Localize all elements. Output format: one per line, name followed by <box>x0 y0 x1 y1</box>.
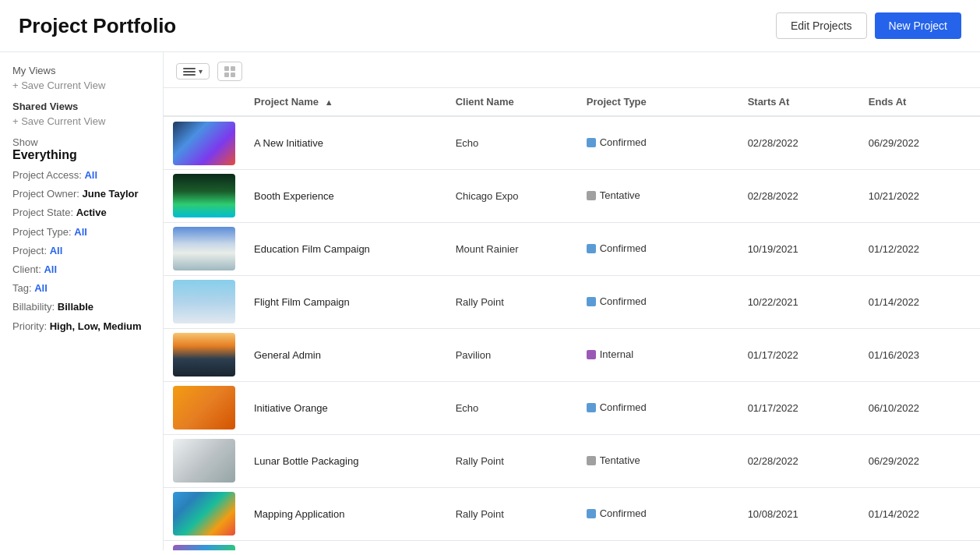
type-label: Confirmed <box>600 507 647 519</box>
starts-at: 02/28/2022 <box>739 169 859 222</box>
col-client-name[interactable]: Client Name <box>446 88 577 116</box>
project-thumbnail-cell <box>164 434 245 487</box>
table-row[interactable]: A New InitiativeEchoConfirmed02/28/20220… <box>164 116 980 169</box>
save-current-view-2[interactable]: + Save Current View <box>12 115 150 127</box>
table-row[interactable]: Initiative OrangeEchoConfirmed01/17/2022… <box>164 381 980 434</box>
ends-at: 10/21/2022 <box>859 169 980 222</box>
starts-at: 10/08/2021 <box>739 487 859 540</box>
filter-priority[interactable]: Priority: High, Low, Medium <box>12 320 150 334</box>
list-view-button[interactable]: ▾ <box>176 63 210 80</box>
ends-at: 06/29/2022 <box>859 116 980 169</box>
type-label: Confirmed <box>600 242 647 254</box>
filter-tag[interactable]: Tag: All <box>12 281 150 295</box>
filter-project-type-value: All <box>74 226 87 238</box>
table-row[interactable]: Education Film CampaignMount RainierConf… <box>164 222 980 275</box>
project-thumbnail <box>173 174 235 217</box>
type-dot-icon <box>587 138 596 147</box>
filter-client[interactable]: Client: All <box>12 263 150 277</box>
project-name[interactable]: Education Film Campaign <box>245 222 446 275</box>
my-views-label[interactable]: My Views <box>12 65 150 76</box>
ends-at: 01/16/2023 <box>859 328 980 381</box>
project-type: Confirmed <box>577 487 739 540</box>
client-name: Chicago Expo <box>446 169 577 222</box>
filter-project-owner[interactable]: Project Owner: June Taylor <box>12 187 150 201</box>
project-name[interactable]: A New Initiative <box>245 116 446 169</box>
new-project-button[interactable]: New Project <box>875 12 961 39</box>
client-name: Pavilion <box>446 328 577 381</box>
starts-at: 01/17/2022 <box>739 540 859 550</box>
type-label: Tentative <box>600 189 640 201</box>
sidebar: My Views + Save Current View Shared View… <box>0 52 164 550</box>
col-thumb <box>164 88 245 116</box>
project-thumbnail-cell <box>164 116 245 169</box>
project-thumbnail <box>173 122 235 165</box>
project-name[interactable]: General Admin <box>245 328 446 381</box>
save-current-view-1[interactable]: + Save Current View <box>12 80 150 91</box>
filter-project-owner-value: June Taylor <box>83 188 139 200</box>
project-name[interactable]: Booth Experience <box>245 169 446 222</box>
project-type: Tentative <box>577 434 739 487</box>
filter-project-access-label: Project Access: <box>12 169 84 181</box>
project-thumbnail <box>173 545 235 550</box>
project-name[interactable]: Mobile Engagement <box>245 540 446 550</box>
project-thumbnail <box>173 280 235 323</box>
filter-project[interactable]: Project: All <box>12 244 150 258</box>
project-type: Confirmed <box>577 540 739 550</box>
table-row[interactable]: Lunar Bottle PackagingRally PointTentati… <box>164 434 980 487</box>
type-label: Confirmed <box>600 136 647 148</box>
client-name: Echo <box>446 116 577 169</box>
table-row[interactable]: Flight Film CampaignRally PointConfirmed… <box>164 275 980 328</box>
project-name[interactable]: Lunar Bottle Packaging <box>245 434 446 487</box>
filter-project-access[interactable]: Project Access: All <box>12 168 150 182</box>
type-label: Confirmed <box>600 295 647 307</box>
view-toolbar: ▾ <box>164 52 980 88</box>
header-actions: Edit Projects New Project <box>776 12 961 39</box>
project-name[interactable]: Flight Film Campaign <box>245 275 446 328</box>
project-name[interactable]: Initiative Orange <box>245 381 446 434</box>
ends-at: 06/29/2022 <box>859 540 980 550</box>
list-icon <box>183 68 196 76</box>
col-project-type[interactable]: Project Type <box>577 88 739 116</box>
filter-project-type[interactable]: Project Type: All <box>12 225 150 239</box>
client-name: Rally Point <box>446 275 577 328</box>
filter-priority-value: High, Low, Medium <box>50 320 142 332</box>
my-views-section: My Views + Save Current View <box>12 65 150 91</box>
type-dot-icon <box>587 403 596 412</box>
starts-at: 02/28/2022 <box>739 116 859 169</box>
main-layout: My Views + Save Current View Shared View… <box>0 52 980 550</box>
filter-billability[interactable]: Billability: Billable <box>12 300 150 314</box>
table-row[interactable]: Mobile EngagementRally PointConfirmed01/… <box>164 540 980 550</box>
client-name: Mount Rainier <box>446 222 577 275</box>
client-name: Echo <box>446 381 577 434</box>
filter-project-state[interactable]: Project State: Active <box>12 206 150 220</box>
project-thumbnail-cell <box>164 169 245 222</box>
project-thumbnail <box>173 492 235 536</box>
grid-view-button[interactable] <box>217 62 242 81</box>
col-starts-at[interactable]: Starts At <box>739 88 859 116</box>
project-name[interactable]: Mapping Application <box>245 487 446 540</box>
type-dot-icon <box>587 509 596 518</box>
filter-client-value: All <box>44 263 57 275</box>
shared-views-label[interactable]: Shared Views <box>12 101 150 112</box>
table-row[interactable]: Mapping ApplicationRally PointConfirmed1… <box>164 487 980 540</box>
ends-at: 06/29/2022 <box>859 434 980 487</box>
type-dot-icon <box>587 244 596 253</box>
filter-billability-label: Billability: <box>12 301 58 313</box>
project-type: Confirmed <box>577 116 739 169</box>
starts-at: 02/28/2022 <box>739 434 859 487</box>
main-content: ▾ Project Name ▲ Client Name <box>164 52 980 550</box>
sort-arrow-icon: ▲ <box>325 97 333 107</box>
col-project-name[interactable]: Project Name ▲ <box>245 88 446 116</box>
project-type: Confirmed <box>577 275 739 328</box>
type-dot-icon <box>587 350 596 359</box>
col-ends-at[interactable]: Ends At <box>859 88 980 116</box>
table-row[interactable]: Booth ExperienceChicago ExpoTentative02/… <box>164 169 980 222</box>
client-name: Rally Point <box>446 487 577 540</box>
projects-table: Project Name ▲ Client Name Project Type … <box>164 88 980 550</box>
filter-project-access-value: All <box>84 169 97 181</box>
project-type: Tentative <box>577 169 739 222</box>
edit-projects-button[interactable]: Edit Projects <box>776 12 867 39</box>
show-value: Everything <box>12 148 150 162</box>
project-type: Confirmed <box>577 222 739 275</box>
table-row[interactable]: General AdminPavilionInternal01/17/20220… <box>164 328 980 381</box>
